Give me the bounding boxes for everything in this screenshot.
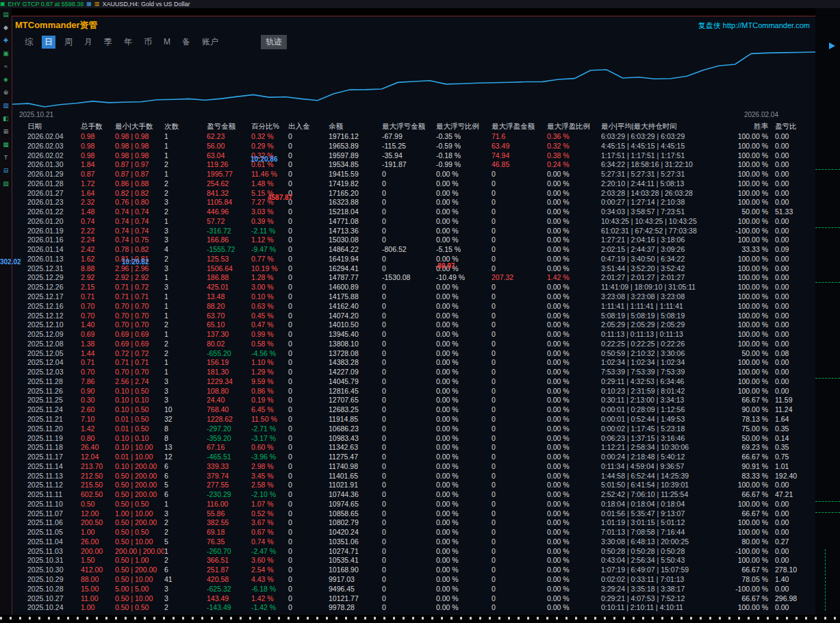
table-row[interactable]: 2026.01.142.420.78 | 0.824-1555.72-9.47 … (27, 245, 815, 255)
table-cell: 100.00 % (722, 170, 775, 179)
table-row[interactable]: 2025.11.051.000.50 | 0.50269.180.67 %010… (27, 528, 815, 537)
table-cell: 90.91 % (722, 462, 775, 472)
table-cell: 0 (382, 443, 436, 453)
table-row[interactable]: 2025.12.292.922.92 | 2.921186.881.28 %01… (27, 273, 815, 283)
table-row[interactable]: 2025.12.030.700.70 | 0.701181.301.29 %01… (27, 368, 815, 377)
table-cell: 0.00 (775, 227, 815, 236)
sidebar-icon-1[interactable]: ◆ (3, 24, 8, 31)
table-row[interactable]: 2026.01.221.480.74 | 0.742446.963.03 %01… (27, 207, 815, 217)
menu-item-日[interactable]: 日 (42, 36, 55, 49)
table-row[interactable]: 2026.01.192.220.74 | 0.743-316.72-2.11 %… (27, 227, 815, 236)
table-cell: 1 (164, 500, 207, 509)
table-row[interactable]: 2026.02.020.980.98 | 0.98163.040.32 %019… (27, 151, 815, 161)
table-row[interactable]: 2025.10.30412.000.50 | 200.006251.872.54… (27, 565, 815, 575)
sidebar-icon-11[interactable]: T (4, 154, 8, 161)
table-row[interactable]: 2026.02.030.980.98 | 0.98156.000.29 %019… (27, 142, 815, 151)
table-row[interactable]: 2025.12.101.400.70 | 0.70265.100.47 %014… (27, 320, 815, 330)
table-row[interactable]: 2025.12.160.700.70 | 0.70188.200.63 %014… (27, 302, 815, 312)
scroll-to-end-icon[interactable] (829, 42, 835, 49)
table-cell: 100.00 % (722, 312, 775, 321)
table-cell: 0.00 % (436, 528, 492, 537)
table-row[interactable]: 2026.01.162.240.74 | 0.753166.861.12 %01… (27, 236, 815, 245)
table-cell: 2026.01.30 (27, 160, 81, 170)
sidebar-icon-6[interactable]: ⊕ (3, 89, 9, 96)
table-row[interactable]: 2025.10.2711.000.50 | 10.003143.491.42 %… (27, 594, 815, 604)
table-row[interactable]: 2025.12.081.380.69 | 0.69280.020.58 %013… (27, 340, 815, 349)
table-cell: 14175.88 (329, 292, 382, 302)
sidebar-icon-8[interactable]: ◧ (3, 115, 9, 122)
site-link[interactable]: 复盘侠 http://MTCommander.com (698, 21, 810, 31)
table-row[interactable]: 2025.11.201.420.01 | 0.508-297.20-2.71 %… (27, 424, 815, 434)
table-row[interactable]: 2025.11.0426.000.50 | 10.00576.350.74 %0… (27, 537, 815, 547)
menu-item-备[interactable]: 备 (179, 36, 193, 49)
sidebar-icon-10[interactable]: ▦ (3, 141, 9, 148)
table-cell: 3.60 % (251, 556, 288, 565)
table-row[interactable]: 2025.11.12215.500.50 | 200.005277.552.58… (27, 481, 815, 490)
menu-item-月[interactable]: 月 (81, 36, 95, 49)
table-row[interactable]: 2026.01.232.320.76 | 0.8031105.847.27 %0… (27, 198, 815, 207)
sidebar-icon-2[interactable]: ✚ (3, 37, 9, 44)
table-cell: 57.72 (207, 217, 251, 227)
table-row[interactable]: 2025.10.2815.005.00 | 5.003-625.32-6.18 … (27, 585, 815, 594)
menu-item-年[interactable]: 年 (121, 36, 135, 49)
table-row[interactable]: 2025.10.311.500.50 | 1.002366.513.60 %01… (27, 556, 815, 565)
table-row[interactable]: 2025.11.242.600.10 | 0.5010768.406.45 %0… (27, 405, 815, 415)
table-row[interactable]: 2025.10.241.000.50 | 0.502-143.49-1.42 %… (27, 603, 815, 613)
table-row[interactable]: 2025.11.06200.500.50 | 200.002382.553.67… (27, 518, 815, 528)
sidebar-icon-12[interactable]: ⊟ (3, 167, 9, 174)
table-cell: 11401.65 (329, 472, 382, 481)
column-header: 最大浮亏金额 (382, 122, 436, 131)
table-row[interactable]: 2025.12.090.690.69 | 0.691137.300.99 %01… (27, 330, 815, 340)
table-cell: 0.00 % (436, 387, 492, 396)
table-cell: 0 (492, 415, 547, 424)
sidebar-icon-5[interactable]: ◈ (3, 76, 8, 83)
equity-chart[interactable] (12, 49, 815, 111)
table-row[interactable]: 2025.11.217.100.01 | 0.50321228.6211.50 … (27, 415, 815, 424)
table-row[interactable]: 2025.11.13212.500.50 | 200.006379.743.45… (27, 472, 815, 481)
table-row[interactable]: 2025.11.03200.00200.00 | 200.001-260.70-… (27, 547, 815, 557)
table-row[interactable]: 2026.01.301.840.87 | 0.972119.260.61 %01… (27, 160, 815, 170)
table-cell: 0.00 (775, 264, 815, 274)
table-row[interactable]: 2025.12.051.440.72 | 0.722-655.20-4.56 %… (27, 349, 815, 359)
table-row[interactable]: 2026.01.271.640.82 | 0.822841.325.15 %01… (27, 189, 815, 199)
menu-item-账户[interactable]: 账户 (199, 36, 221, 49)
table-cell: 0.72 | 0.72 (115, 349, 164, 359)
table-cell: 212.50 (81, 472, 115, 481)
menu-item-季[interactable]: 季 (101, 36, 115, 49)
menu-item-M[interactable]: M (161, 36, 173, 47)
table-row[interactable]: 2025.11.287.862.56 | 2.7431229.349.59 %0… (27, 377, 815, 387)
table-cell: 0.90 (81, 387, 115, 396)
table-row[interactable]: 2025.10.2988.000.50 | 10.0041420.584.43 … (27, 575, 815, 585)
table-cell: 3 (164, 594, 207, 604)
table-row[interactable]: 2026.02.040.980.98 | 0.98162.230.32 %019… (27, 132, 815, 142)
sidebar-icon-4[interactable]: ≈ (4, 63, 8, 70)
table-row[interactable]: 2026.01.281.720.86 | 0.882254.621.48 %01… (27, 179, 815, 189)
table-row[interactable]: 2025.11.100.500.50 | 0.501116.001.07 %01… (27, 500, 815, 509)
table-row[interactable]: 2025.11.11602.500.50 | 200.006-230.29-2.… (27, 490, 815, 500)
table-row[interactable]: 2025.11.190.800.10 | 0.108-359.20-3.17 %… (27, 434, 815, 444)
menu-item-综[interactable]: 综 (22, 36, 36, 49)
table-row[interactable]: 2025.12.170.710.71 | 0.71113.480.10 %014… (27, 292, 815, 302)
table-row[interactable]: 2025.11.14213.700.10 | 200.006339.332.98… (27, 462, 815, 472)
sidebar-icon-7[interactable]: ▥ (3, 102, 9, 109)
sidebar-icon-0[interactable]: ▤ (3, 11, 9, 18)
table-cell: 0.00 % (547, 283, 601, 292)
table-row[interactable]: 2025.12.262.150.71 | 0.723425.013.00 %01… (27, 283, 815, 292)
table-row[interactable]: 2026.01.290.870.87 | 0.8711995.7711.46 %… (27, 170, 815, 179)
sidebar-icon-13[interactable]: ▧ (3, 180, 9, 187)
table-row[interactable]: 2026.01.200.740.74 | 0.74157.720.39 %014… (27, 217, 815, 227)
tab-track[interactable]: 轨迹 (261, 35, 287, 49)
menu-item-周[interactable]: 周 (62, 36, 75, 49)
sidebar-icon-9[interactable]: ⊞ (3, 128, 9, 135)
sidebar-icon-3[interactable]: ▣ (3, 50, 9, 57)
table-row[interactable]: 2025.12.120.700.70 | 0.70163.700.45 %014… (27, 312, 815, 321)
table-row[interactable]: 2025.11.1826.400.10 | 10.001367.160.60 %… (27, 443, 815, 453)
table-row[interactable]: 2025.11.260.900.10 | 0.503108.800.86 %01… (27, 387, 815, 396)
table-row[interactable]: 2025.11.250.300.10 | 0.10324.400.19 %012… (27, 396, 815, 405)
table-row[interactable]: 2025.11.0712.001.00 | 10.00355.860.52 %0… (27, 509, 815, 519)
table-cell: 0 (492, 255, 547, 264)
table-cell: 0.00 (775, 368, 815, 377)
menu-item-币[interactable]: 币 (141, 36, 155, 49)
table-row[interactable]: 2025.11.1712.040.01 | 10.0012-465.51-3.9… (27, 453, 815, 462)
table-row[interactable]: 2025.12.040.710.71 | 0.711156.191.10 %01… (27, 358, 815, 368)
